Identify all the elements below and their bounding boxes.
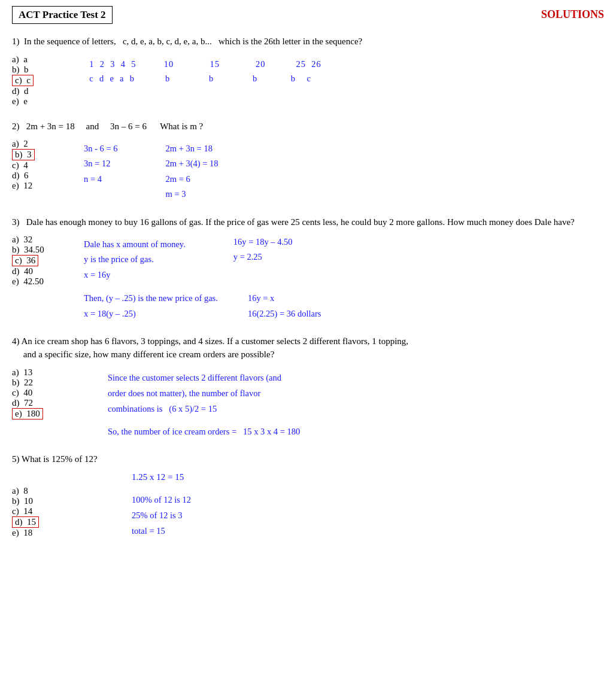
page-header: ACT Practice Test 2 SOLUTIONS xyxy=(12,6,604,24)
q1-text: 1) In the sequence of letters, c, d, e, … xyxy=(12,35,604,48)
q4-choice-a: a) 13 xyxy=(12,367,60,378)
q1-seq-letters: c d e a b b b b b c xyxy=(84,71,321,86)
q2-work-left: 3n - 6 = 6 3n = 12 n = 4 xyxy=(84,141,118,202)
q4-text: 4) An ice cream shop has 6 flavors, 3 to… xyxy=(12,335,604,361)
q1-layout: a) a b) b c) c d) d e) e 1 2 3 4 5 10 15… xyxy=(12,54,604,107)
q2-choice-d: d) 6 xyxy=(12,171,60,181)
q3-choice-b: b) 34.50 xyxy=(12,245,60,255)
q2-choice-e: e) 12 xyxy=(12,181,60,191)
question-5: 5) What is 125% of 12? 1.25 x 12 = 15 a)… xyxy=(12,452,604,539)
q4-layout: a) 13 b) 22 c) 40 d) 72 e) 180 Since the… xyxy=(12,367,604,439)
q3-layout: a) 32 b) 34.50 c) 36 d) 40 e) 42.50 Dale… xyxy=(12,235,604,321)
q3-choice-a: a) 32 xyxy=(12,235,60,245)
question-3: 3) Dale has enough money to buy 16 gallo… xyxy=(12,215,604,321)
q3-work-center-bot: Then, (y – .25) is the new price of gas.… xyxy=(84,291,218,321)
q4-choices: a) 13 b) 22 c) 40 d) 72 e) 180 xyxy=(12,367,60,439)
q5-choice-d: d) 15 xyxy=(12,516,60,528)
q2-choice-a: a) 2 xyxy=(12,139,60,149)
page-title: ACT Practice Test 2 xyxy=(12,6,113,24)
q5-layout: a) 8 b) 10 c) 14 d) 15 e) 18 100% of 12 … xyxy=(12,486,604,539)
q1-choice-a: a) a xyxy=(12,54,60,65)
q1-choice-e: e) e xyxy=(12,96,60,107)
q5-text: 5) What is 125% of 12? xyxy=(12,452,604,466)
q1-sequence: 1 2 3 4 5 10 15 20 25 26 c d e a b b b b… xyxy=(84,57,321,86)
q3-text: 3) Dale has enough money to buy 16 gallo… xyxy=(12,215,604,229)
q5-work-top: 1.25 x 12 = 15 xyxy=(132,472,184,482)
q5-work-bot: 100% of 12 is 12 25% of 12 is 3 total = … xyxy=(132,492,191,539)
q4-choice-c: c) 40 xyxy=(12,388,60,398)
q3-work-center-top: Dale has x amount of money. y is the pri… xyxy=(84,237,186,282)
q5-choice-c: c) 14 xyxy=(12,506,60,516)
q2-choice-b: b) 3 xyxy=(12,149,60,160)
q1-seq-numbers: 1 2 3 4 5 10 15 20 25 26 xyxy=(84,57,321,72)
q5-choices: a) 8 b) 10 c) 14 d) 15 e) 18 xyxy=(12,486,60,539)
q3-work-right-top: 16y = 18y – 4.50 y = 2.25 xyxy=(233,235,293,282)
q3-choices: a) 32 b) 34.50 c) 36 d) 40 e) 42.50 xyxy=(12,235,60,321)
q2-text: 2) 2m + 3n = 18 and 3n – 6 = 6 What is m… xyxy=(12,120,604,133)
solutions-label: SOLUTIONS xyxy=(541,6,604,21)
question-4: 4) An ice cream shop has 6 flavors, 3 to… xyxy=(12,335,604,439)
q4-choice-e: e) 180 xyxy=(12,408,60,420)
q3-choice-e: e) 42.50 xyxy=(12,276,60,287)
q1-choice-b: b) b xyxy=(12,65,60,75)
q1-choice-d: d) d xyxy=(12,86,60,96)
q3-choice-d: d) 40 xyxy=(12,266,60,276)
question-1: 1) In the sequence of letters, c, d, e, … xyxy=(12,35,604,107)
q2-choices: a) 2 b) 3 c) 4 d) 6 e) 12 xyxy=(12,139,60,191)
q2-work-right: 2m + 3n = 18 2m + 3(4) = 18 2m = 6 m = 3 xyxy=(166,141,219,202)
q3-work-right-bot: 16y = x 16(2.25) = 36 dollars xyxy=(248,291,321,321)
question-2: 2) 2m + 3n = 18 and 3n – 6 = 6 What is m… xyxy=(12,120,604,202)
q5-choice-e: e) 18 xyxy=(12,528,60,538)
q3-choice-c: c) 36 xyxy=(12,255,60,266)
q1-choice-c: c) c xyxy=(12,75,60,86)
q2-choice-c: c) 4 xyxy=(12,160,60,171)
q2-layout: a) 2 b) 3 c) 4 d) 6 e) 12 3n - 6 = 6 3n … xyxy=(12,139,604,202)
q5-choice-a: a) 8 xyxy=(12,486,60,496)
q4-work: Since the customer selects 2 different f… xyxy=(108,370,300,439)
q5-choice-b: b) 10 xyxy=(12,496,60,506)
q1-choices: a) a b) b c) c d) d e) e xyxy=(12,54,60,107)
q4-choice-b: b) 22 xyxy=(12,378,60,388)
q4-choice-d: d) 72 xyxy=(12,398,60,408)
